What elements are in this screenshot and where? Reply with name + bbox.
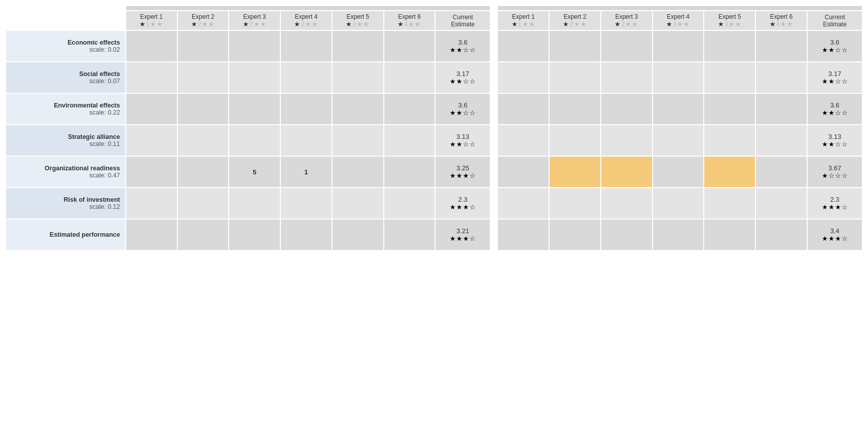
data-row-5: Risk of investmentscale: 0.122.3★★★☆2.3★… (6, 188, 862, 218)
p2-row4-expert0 (498, 157, 549, 187)
empty-corner (6, 6, 125, 10)
data-row-6: Estimated performance3.21★★★☆3.4★★★☆ (6, 220, 862, 250)
p2-row2-expert5 (756, 94, 807, 124)
p1-row6-expert1 (178, 220, 229, 250)
p1-row5-expert0 (126, 188, 177, 218)
sep-row3 (491, 125, 497, 156)
p1-row5-current: 2.3★★★☆ (436, 188, 490, 218)
p1-row0-expert1 (178, 31, 229, 61)
p2-row4-expert2 (601, 157, 652, 187)
p1-expert2-header: Expert 2★2★★ (178, 11, 229, 30)
p2-row0-expert1 (550, 31, 600, 61)
p2-row4-expert1 (550, 157, 600, 187)
row-label-3: Strategic alliancescale: 0.11 (6, 125, 125, 156)
p2-row4-expert4 (704, 157, 755, 187)
p2-row1-expert1 (550, 62, 600, 93)
p1-expert3-header: Expert 3★2★★ (229, 11, 280, 30)
p2-row4-expert3 (653, 157, 704, 187)
p1-row2-current: 3.6★★☆☆ (436, 94, 490, 124)
main-table-wrapper: Expert 1★1★★ Expert 2★2★★ Expert 3★2★★ E… (5, 5, 863, 251)
p1-row0-expert5 (384, 31, 435, 61)
p1-row3-expert4 (333, 125, 383, 156)
p1-row1-expert3 (281, 62, 332, 93)
p1-row2-expert4 (333, 94, 383, 124)
p1-expert6-header: Expert 6★4★★ (384, 11, 435, 30)
p1-row2-expert2 (229, 94, 280, 124)
data-row-1: Social effectsscale: 0.073.17★★☆☆3.17★★☆… (6, 62, 862, 93)
p1-row2-expert1 (178, 94, 229, 124)
data-row-4: Organizational readinessscale: 0.47513.2… (6, 157, 862, 187)
p1-row4-expert4 (333, 157, 383, 187)
sep-row0 (491, 31, 497, 61)
p1-row2-expert3 (281, 94, 332, 124)
p2-row1-current: 3.17★★☆☆ (808, 62, 862, 93)
project2-header (498, 6, 862, 10)
p1-row0-expert4 (333, 31, 383, 61)
p2-row6-expert5 (756, 220, 807, 250)
p2-row3-expert4 (704, 125, 755, 156)
p2-row6-expert2 (601, 220, 652, 250)
p2-row2-current: 3.6★★☆☆ (808, 94, 862, 124)
p1-row1-expert1 (178, 62, 229, 93)
p1-row4-expert1 (178, 157, 229, 187)
p2-row2-expert3 (653, 94, 704, 124)
p2-row5-expert3 (653, 188, 704, 218)
p2-row6-expert0 (498, 220, 549, 250)
p1-row1-expert2 (229, 62, 280, 93)
p2-row5-expert0 (498, 188, 549, 218)
p1-row6-expert3 (281, 220, 332, 250)
p2-row1-expert5 (756, 62, 807, 93)
p1-current-header: CurrentEstimate (436, 11, 490, 30)
p2-row6-expert4 (704, 220, 755, 250)
p2-row6-expert3 (653, 220, 704, 250)
p2-row2-expert4 (704, 94, 755, 124)
p2-row3-expert0 (498, 125, 549, 156)
data-row-3: Strategic alliancescale: 0.113.13★★☆☆3.1… (6, 125, 862, 156)
p2-expert1-header: Expert 1★1★★ (498, 11, 549, 30)
p1-expert5-header: Expert 5★3★★ (333, 11, 383, 30)
separator (491, 6, 497, 10)
p1-row4-expert0 (126, 157, 177, 187)
p1-row6-expert4 (333, 220, 383, 250)
p2-row5-expert5 (756, 188, 807, 218)
p1-row6-expert0 (126, 220, 177, 250)
p1-row6-current: 3.21★★★☆ (436, 220, 490, 250)
empty-label (6, 11, 125, 30)
p1-row3-expert0 (126, 125, 177, 156)
p2-row6-expert1 (550, 220, 600, 250)
p2-row1-expert2 (601, 62, 652, 93)
p2-row3-expert1 (550, 125, 600, 156)
p1-row2-expert0 (126, 94, 177, 124)
p2-row3-expert2 (601, 125, 652, 156)
p2-row0-expert4 (704, 31, 755, 61)
row-label-0: Economic effectsscale: 0.02 (6, 31, 125, 61)
p1-expert1-header: Expert 1★1★★ (126, 11, 177, 30)
p2-row0-expert3 (653, 31, 704, 61)
comparison-table: Expert 1★1★★ Expert 2★2★★ Expert 3★2★★ E… (5, 5, 863, 251)
p1-row3-expert1 (178, 125, 229, 156)
p2-expert3-header: Expert 3★2★★ (601, 11, 652, 30)
sep-row5 (491, 188, 497, 218)
p1-row2-expert5 (384, 94, 435, 124)
p2-expert5-header: Expert 5★3★★ (704, 11, 755, 30)
sep-row1 (491, 62, 497, 93)
p1-row3-expert3 (281, 125, 332, 156)
p1-row0-expert0 (126, 31, 177, 61)
p2-row3-current: 3.13★★☆☆ (808, 125, 862, 156)
row-label-1: Social effectsscale: 0.07 (6, 62, 125, 93)
p1-row4-expert2: 5 (229, 157, 280, 187)
p2-row0-expert2 (601, 31, 652, 61)
p1-row1-expert4 (333, 62, 383, 93)
p2-row0-current: 3.6★★☆☆ (808, 31, 862, 61)
p2-expert2-header: Expert 2★2★★ (550, 11, 600, 30)
p2-current-header: CurrentEstimate (808, 11, 862, 30)
p2-expert4-header: Expert 4★3★★ (653, 11, 704, 30)
p2-row5-expert2 (601, 188, 652, 218)
p2-row5-expert1 (550, 188, 600, 218)
project1-header (126, 6, 490, 10)
p2-row1-expert3 (653, 62, 704, 93)
row-label-6: Estimated performance (6, 220, 125, 250)
data-row-2: Environmental effectsscale: 0.223.6★★☆☆3… (6, 94, 862, 124)
p1-row4-expert5 (384, 157, 435, 187)
p2-row4-current: 3.67★☆☆☆ (808, 157, 862, 187)
